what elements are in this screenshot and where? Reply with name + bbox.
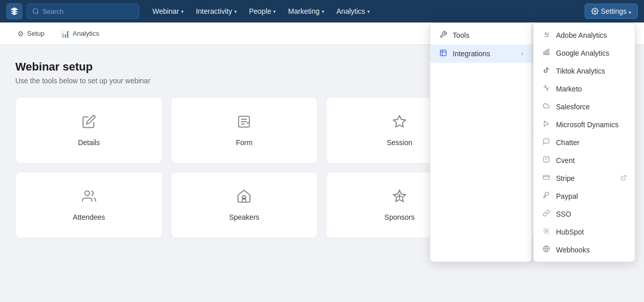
stripe-item[interactable]: Stripe (534, 169, 635, 187)
analytics-icon: 📊 (61, 30, 70, 38)
svg-point-1 (594, 10, 596, 12)
chevron-right-icon: › (521, 50, 523, 57)
webhooks-item[interactable]: Webhooks (534, 241, 635, 253)
form-label: Form (236, 138, 253, 147)
marketo-label: Marketo (556, 85, 582, 93)
microsoft-dynamics-item[interactable]: Microsoft Dynamics (534, 115, 635, 133)
chevron-down-icon: ▾ (181, 9, 184, 14)
tools-icon (438, 31, 448, 40)
sponsors-label: Sponsors (385, 213, 415, 221)
page-title: Webinar setup (15, 60, 473, 74)
cvent-label: Cvent (556, 156, 575, 165)
left-panel: Webinar setup Use the tools below to set… (15, 60, 473, 238)
chevron-down-icon: ▾ (322, 9, 324, 14)
tools-menu-item[interactable]: Tools (430, 26, 531, 44)
nav-item-interactivity[interactable]: Interactivity ▾ (191, 4, 242, 18)
attendees-card[interactable]: Attendees (15, 172, 163, 238)
stripe-icon (542, 174, 551, 182)
setup-button[interactable]: ⚙ Setup (10, 27, 52, 41)
paypal-icon (542, 192, 551, 200)
marketo-item[interactable]: Marketo (534, 80, 635, 98)
settings-button[interactable]: Settings ▴ (585, 4, 638, 19)
svg-rect-15 (543, 175, 549, 179)
star-icon (392, 114, 407, 132)
svg-rect-11 (546, 51, 547, 55)
nav-item-analytics[interactable]: Analytics ▾ (331, 4, 375, 18)
chatter-item[interactable]: Chatter (534, 133, 635, 151)
svg-rect-12 (548, 49, 549, 55)
sso-icon (542, 210, 551, 218)
hubspot-icon (542, 227, 551, 236)
integrations-submenu: Adobe Analytics Google Analytics Tiktok … (533, 22, 635, 253)
google-analytics-item[interactable]: Google Analytics (534, 44, 635, 62)
nav-item-marketing[interactable]: Marketing ▾ (283, 4, 329, 18)
stripe-label: Stripe (556, 174, 575, 182)
gear-icon: ⚙ (17, 30, 24, 38)
svg-marker-13 (544, 121, 548, 127)
session-label: Session (387, 138, 412, 147)
adobe-analytics-item[interactable]: Adobe Analytics (534, 26, 635, 44)
edit-icon (82, 114, 96, 132)
details-card[interactable]: Details (15, 97, 163, 164)
settings-dropdown: Tools Integrations › Adobe Analytics (430, 22, 635, 253)
adobe-analytics-label: Adobe Analytics (556, 31, 607, 39)
attendees-label: Attendees (73, 213, 105, 221)
hubspot-item[interactable]: HubSpot (534, 223, 635, 241)
analytics-button[interactable]: 📊 Analytics (54, 27, 106, 41)
salesforce-label: Salesforce (556, 103, 590, 111)
microsoft-dynamics-label: Microsoft Dynamics (556, 121, 618, 129)
cards-row1: Details Form Session (15, 97, 473, 164)
integrations-label: Integrations (453, 50, 490, 58)
tiktok-analytics-label: Tiktok Analytics (556, 67, 605, 75)
paypal-item[interactable]: Paypal (534, 187, 635, 205)
chatter-icon (542, 138, 551, 147)
svg-point-4 (85, 191, 90, 195)
chatter-label: Chatter (556, 138, 580, 147)
svg-line-17 (623, 175, 626, 178)
speakers-label: Speakers (229, 213, 259, 221)
chevron-down-icon: ▾ (367, 9, 370, 14)
webhooks-label: Webhooks (556, 246, 590, 254)
adobe-analytics-icon (542, 31, 551, 39)
tiktok-icon (542, 66, 551, 75)
sso-item[interactable]: SSO (534, 205, 635, 223)
tools-label: Tools (453, 31, 470, 39)
integrations-menu-item[interactable]: Integrations › (430, 44, 531, 63)
chevron-down-icon: ▾ (273, 9, 276, 14)
nav-items: Webinar ▾ Interactivity ▾ People ▾ Marke… (147, 4, 375, 18)
webhooks-icon (542, 245, 551, 253)
search-icon (32, 8, 39, 15)
chevron-down-icon: ▾ (234, 9, 237, 14)
external-link-icon (620, 175, 627, 182)
settings-menu: Tools Integrations › (430, 22, 532, 253)
salesforce-item[interactable]: Salesforce (534, 98, 635, 115)
tiktok-analytics-item[interactable]: Tiktok Analytics (534, 62, 635, 80)
svg-marker-3 (393, 115, 405, 127)
svg-point-18 (545, 230, 547, 232)
speakers-icon (237, 189, 251, 207)
nav-item-people[interactable]: People ▾ (244, 4, 281, 18)
nav-item-webinar[interactable]: Webinar ▾ (147, 4, 189, 18)
sponsors-icon (392, 189, 407, 207)
microsoft-dynamics-icon (542, 120, 551, 129)
cards-row2: Attendees Speakers (15, 172, 473, 238)
speakers-card[interactable]: Speakers (171, 172, 318, 238)
google-analytics-label: Google Analytics (556, 49, 609, 57)
form-icon (237, 114, 251, 132)
page-subtitle: Use the tools below to set up your webin… (15, 77, 473, 85)
google-analytics-icon (542, 49, 551, 57)
attendees-icon (82, 189, 96, 207)
search-input[interactable] (42, 8, 134, 15)
chevron-up-icon: ▴ (629, 9, 631, 14)
top-nav: Webinar ▾ Interactivity ▾ People ▾ Marke… (0, 0, 644, 22)
svg-point-0 (33, 9, 38, 13)
paypal-label: Paypal (556, 192, 578, 200)
cvent-item[interactable]: Cvent (534, 151, 635, 169)
app-logo[interactable] (6, 3, 23, 19)
search-box[interactable] (27, 4, 139, 19)
hubspot-label: HubSpot (556, 228, 584, 236)
marketo-icon (542, 84, 551, 93)
svg-rect-10 (544, 52, 545, 55)
form-card[interactable]: Form (171, 97, 318, 164)
salesforce-icon (542, 102, 551, 111)
